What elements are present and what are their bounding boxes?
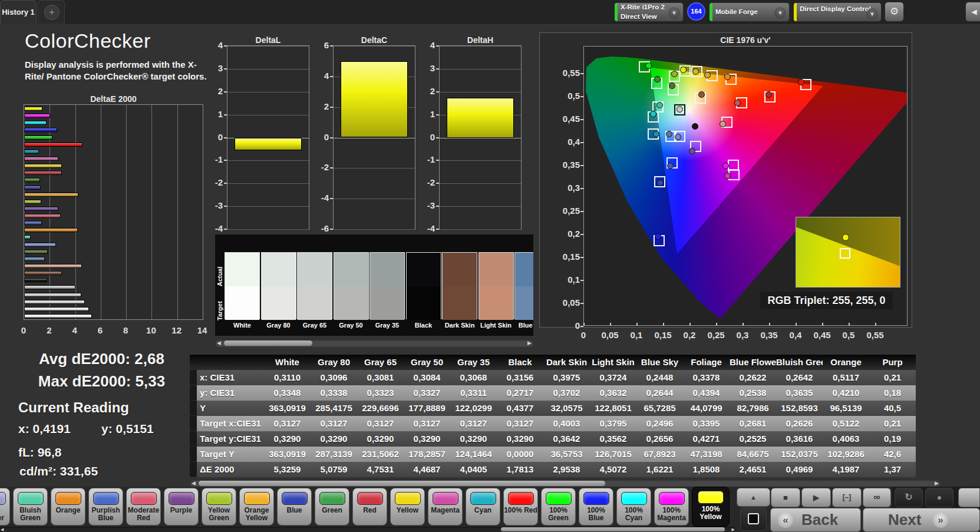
deltae-bar-100-red <box>24 143 83 147</box>
cie-y-tick-label: 0,3 <box>553 183 580 193</box>
comparison-patch-white <box>225 252 260 319</box>
pattern-up-button[interactable]: ▲ <box>737 488 770 507</box>
table-cell: 0,3127 <box>357 416 404 431</box>
add-tab-icon[interactable]: + <box>44 5 60 20</box>
chevron-double-left-icon: « <box>778 513 793 528</box>
refresh-button[interactable]: ↻ <box>895 488 923 507</box>
pattern-button-100-green[interactable]: 100% Green <box>541 488 576 526</box>
cie-y-tick-mark <box>580 188 583 189</box>
cie-x-tick-mark <box>796 323 797 326</box>
deltae-bar-white <box>24 314 92 318</box>
record-button[interactable]: ● <box>925 488 953 507</box>
pattern-button-yellow[interactable]: Yellow <box>390 488 425 526</box>
table-cell: 0,3290 <box>311 431 357 447</box>
scroll-right-icon[interactable]: ▶ <box>527 339 532 347</box>
comparison-patch-light-skin <box>479 252 514 319</box>
pattern-label: Red <box>353 507 387 514</box>
table-cell: 65,7285 <box>636 401 683 416</box>
pattern-button-green[interactable]: Green <box>315 488 349 526</box>
reading-x: x: 0,4191 <box>18 422 71 436</box>
next-button[interactable]: Next » <box>863 508 980 532</box>
table-cell: 96,5139 <box>823 401 869 416</box>
meter-name: X-Rite i1Pro 2 <box>621 3 665 12</box>
pattern-button-yellow-green[interactable]: Yellow Green <box>202 488 236 526</box>
comparison-patch-black <box>406 252 441 319</box>
deltaL-plot <box>227 45 309 230</box>
table-cell: 0,3127 <box>404 416 450 431</box>
pattern-button-red[interactable]: Red <box>352 488 387 526</box>
pattern-button-bluish-green[interactable]: Bluish Green <box>13 488 48 526</box>
chevron-down-icon[interactable]: ▼ <box>668 7 680 19</box>
cie-measured-blue-sky <box>666 131 672 137</box>
extra-transport-button[interactable] <box>958 488 980 507</box>
step-button[interactable]: [–] <box>832 488 862 507</box>
collapse-toolbar-button[interactable]: ◀ <box>965 2 980 22</box>
pattern-button-100-cyan[interactable]: 100% Cyan <box>616 488 651 526</box>
table-scrollbar-thumb[interactable] <box>199 481 605 486</box>
pattern-button-purple[interactable]: Purple <box>164 488 199 526</box>
cie-y-tick-mark <box>580 257 583 258</box>
reading-y: y: 0,5151 <box>101 422 154 436</box>
table-cell: 0,3290 <box>264 431 311 447</box>
pattern-button-100-red[interactable]: 100% Red <box>503 488 538 526</box>
add-tab[interactable]: + <box>38 0 65 24</box>
cie-x-tick-mark <box>636 323 638 326</box>
table-cell: 363,0919 <box>264 401 311 416</box>
strip-scrollbar[interactable]: ◀ ▶ <box>215 339 533 347</box>
pattern-swatch <box>55 492 81 505</box>
target-swatch <box>407 286 441 320</box>
pattern-button-orange[interactable]: Orange <box>51 488 85 526</box>
y-tick-label: 2 <box>309 101 329 111</box>
current-reading-label: Current Reading <box>18 399 129 416</box>
pattern-button-orange-yellow[interactable]: Orange Yellow <box>239 488 274 526</box>
table-cell: 0,3724 <box>590 370 636 385</box>
pattern-button-cyan[interactable]: Cyan <box>466 488 500 526</box>
table-cell: 0,3127 <box>264 416 311 431</box>
cie-x-tick-mark <box>610 323 611 326</box>
strip-scrollbar-thumb[interactable] <box>224 341 312 346</box>
pattern-button-moderate-red[interactable]: Moderate Red <box>126 488 161 526</box>
workflow-dropdown[interactable]: Mobile Forge ▼ <box>709 2 790 22</box>
cie-y-tick-label: 0,1 <box>553 275 580 285</box>
cie-measured-purple <box>689 148 695 154</box>
pattern-button-purplish-blue[interactable]: Purplish Blue <box>88 488 123 526</box>
table-cell: 0,5122 <box>823 416 869 431</box>
back-button[interactable]: « Back <box>770 508 861 532</box>
deltae-bar-moderate-red <box>24 214 61 218</box>
chevron-down-icon[interactable]: ▼ <box>774 7 786 19</box>
cie-target-100-magenta <box>728 160 739 171</box>
table-cell: 0,4394 <box>683 385 730 401</box>
table-cell: 0,5117 <box>823 370 869 385</box>
scroll-right-icon[interactable]: ▶ <box>732 526 735 532</box>
pattern-button-blue[interactable]: Blue <box>277 488 312 526</box>
actual-swatch <box>407 253 441 286</box>
display-control-dropdown[interactable]: Direct Display Control ▼ <box>793 2 882 22</box>
stop-button[interactable]: ■ <box>771 488 800 507</box>
settings-button[interactable]: ⚙ <box>885 2 904 22</box>
tab-history-1[interactable]: History 1 <box>0 0 37 24</box>
pattern-button-blue-flower[interactable]: Blue Flower <box>0 488 10 526</box>
table-col-header-dark-skin: Dark Skin <box>543 355 590 370</box>
scroll-left-icon[interactable]: ◀ <box>217 339 221 347</box>
cie-y-tick-mark <box>580 142 583 143</box>
cie-y-tick-label: 0,45 <box>553 114 580 124</box>
pattern-button-100-blue[interactable]: 100% Blue <box>579 488 613 526</box>
pattern-strip-scrollbar[interactable]: ◀ ▶ <box>0 527 735 532</box>
loop-button[interactable]: ∞ <box>863 488 891 507</box>
pattern-window-button[interactable] <box>740 507 767 531</box>
table-cell: 122,0299 <box>450 401 497 416</box>
table-col-header-gray-35: Gray 35 <box>450 355 497 370</box>
y-tick-mark <box>436 160 439 161</box>
chevron-down-icon[interactable]: ▼ <box>866 8 878 20</box>
pattern-strip-scrollbar-thumb[interactable] <box>501 527 725 531</box>
table-cell: 84,6675 <box>730 447 776 462</box>
meter-dropdown[interactable]: X-Rite i1Pro 2Direct View ▼ <box>614 2 684 22</box>
play-button[interactable]: ▶ <box>801 488 831 507</box>
pattern-label: 100% Magenta <box>655 507 688 521</box>
pattern-button-100-magenta[interactable]: 100% Magenta <box>654 488 689 526</box>
cie-chart-title: CIE 1976 u'v' <box>583 35 908 45</box>
scroll-left-icon[interactable]: ◀ <box>1 526 4 532</box>
pattern-button-100-yellow[interactable]: 100% Yellow <box>692 487 730 527</box>
table-cell: 0,4377 <box>497 401 543 416</box>
pattern-button-magenta[interactable]: Magenta <box>428 488 463 526</box>
